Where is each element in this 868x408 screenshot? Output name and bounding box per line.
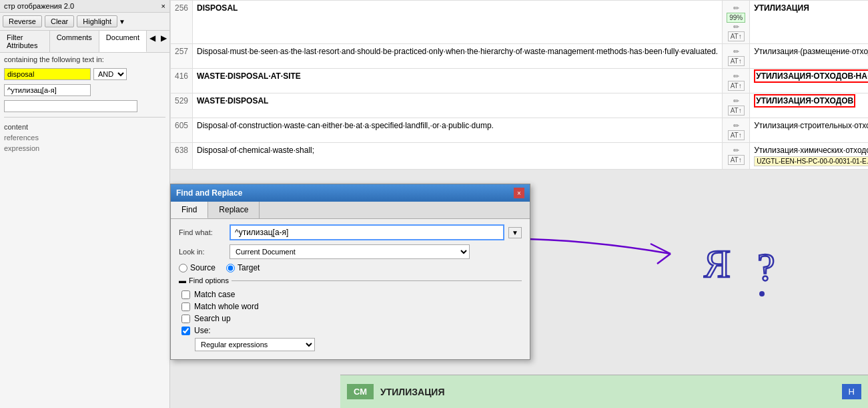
use-checkbox[interactable]	[181, 327, 190, 335]
row-num: 256	[171, 1, 193, 44]
pencil-icon: ✏	[733, 47, 739, 55]
svg-text:?: ?	[757, 245, 775, 289]
regex-row: Regular expressions Wildcards	[181, 338, 522, 351]
references-label: references	[0, 132, 169, 143]
table-row: 529 WASTE·DISPOSAL ✏ AT↑ УТИЛИЗАЦИЯ·ОТХО…	[171, 93, 869, 118]
source-radio-label[interactable]: Source	[179, 263, 215, 272]
target-cell: УТИЛИЗАЦИЯ·ОТХОДОВ·НА·ПЛОЩАДКЕ	[750, 69, 868, 93]
look-in-select[interactable]: Current Document All Open Documents	[230, 244, 470, 259]
divider-line	[232, 280, 522, 281]
svg-point-2	[759, 291, 765, 296]
find-what-dropdown[interactable]: ▼	[508, 227, 522, 238]
match-whole-word-label[interactable]: Match whole word	[194, 302, 259, 311]
source-radio[interactable]	[179, 264, 187, 272]
search-row-1: AND OR	[0, 66, 169, 82]
icon-cell: ✏ AT↑	[723, 118, 750, 143]
target-text: Утилизация·(размещение·отходов)·должна·р…	[754, 47, 868, 56]
dialog-title: Find and Replace	[176, 188, 242, 198]
sidebar-title: стр отображения 2.0	[4, 2, 74, 10]
dialog-tabs: Find Replace	[171, 202, 530, 219]
tab-filter-attributes[interactable]: Filter Attributes	[0, 31, 50, 52]
source-cell: Disposal·must·be·seen·as·the·last·resort…	[193, 44, 723, 69]
dialog-body: Find what: ▼ Look in: Current Document A…	[171, 219, 530, 359]
tab-document[interactable]: Document	[99, 31, 147, 52]
use-row: Use:	[181, 326, 522, 335]
target-cell: УТИЛИЗАЦИЯ	[750, 1, 868, 44]
section-label: content	[0, 120, 169, 132]
search-up-checkbox[interactable]	[181, 315, 190, 323]
target-cell: Утилизация·строительных·отходов·может·ос…	[750, 118, 868, 143]
pencil-icon: ✏	[733, 97, 739, 105]
bottom-bar: СМ УТИЛИЗАЦИЯ Н	[340, 375, 868, 408]
percent-badge: 99%	[727, 13, 745, 23]
tab-replace[interactable]: Replace	[208, 202, 260, 218]
sidebar-close-icon[interactable]: ×	[161, 2, 165, 10]
target-text: УТИЛИЗАЦИЯ	[754, 3, 809, 13]
find-what-input[interactable]	[230, 224, 504, 240]
icon-cell: ✏ AT↑	[723, 143, 750, 170]
tab-find[interactable]: Find	[171, 202, 208, 218]
table-row: 257 Disposal·must·be·seen·as·the·last·re…	[171, 44, 869, 69]
row-num: 257	[171, 44, 193, 69]
target-text: Утилизация·строительных·отходов·может·ос…	[754, 121, 868, 130]
tabs-nav-left[interactable]: ◀	[147, 31, 158, 52]
icon-cell: ✏ 99% ✏ AT↑	[723, 1, 750, 44]
dialog-titlebar: Find and Replace ×	[171, 184, 530, 202]
expression-label: expression	[0, 143, 169, 154]
target-radio-label[interactable]: Target	[226, 263, 260, 272]
source-cell: Disposal·of·construction·waste·can·eithe…	[193, 118, 723, 143]
table-row: 256 DISPOSAL ✏ 99% ✏ AT↑ УТИЛИЗАЦИЯ	[171, 1, 869, 44]
search-input-2[interactable]	[4, 84, 91, 96]
regex-select[interactable]: Regular expressions Wildcards	[195, 338, 315, 351]
h-badge: Н	[842, 384, 861, 399]
dialog-close-button[interactable]: ×	[514, 188, 524, 198]
bottom-main-text: УТИЛИЗАЦИЯ	[380, 387, 444, 397]
source-text: DISPOSAL	[197, 3, 238, 13]
search-input-3[interactable]	[4, 100, 137, 112]
highlight-dropdown-arrow[interactable]: ▼	[119, 18, 125, 25]
find-what-row: Find what: ▼	[179, 224, 522, 240]
and-select[interactable]: AND OR	[93, 68, 127, 80]
target-text: Утилизация·химических·отходов·должна:	[754, 146, 868, 155]
icon-cell: ✏ AT↑	[723, 69, 750, 93]
reverse-button[interactable]: Reverse	[3, 15, 42, 27]
icon-cell: ✏ AT↑	[723, 93, 750, 118]
source-cell: DISPOSAL	[193, 1, 723, 44]
search-up-label[interactable]: Search up	[194, 314, 231, 323]
left-sidebar: стр отображения 2.0 × Reverse Clear High…	[0, 0, 170, 408]
target-label: Target	[238, 263, 260, 272]
clear-button[interactable]: Clear	[45, 15, 74, 27]
match-whole-word-row: Match whole word	[181, 302, 522, 311]
source-cell: WASTE·DISPOSAL	[193, 93, 723, 118]
row-num: 638	[171, 143, 193, 170]
target-text: УТИЛИЗАЦИЯ·ОТХОДОВ·НА·ПЛОЩАДКЕ	[754, 69, 868, 83]
search-up-row: Search up	[181, 314, 522, 323]
tag-at: AT↑	[728, 56, 745, 66]
tag-at: AT↑	[728, 106, 745, 116]
source-text: WASTE·DISPOSAL	[197, 96, 268, 106]
sidebar-header: стр отображения 2.0 ×	[0, 0, 169, 13]
svg-text:Я: Я	[704, 242, 731, 286]
match-case-checkbox[interactable]	[181, 290, 190, 299]
tab-comments[interactable]: Comments	[50, 31, 99, 52]
match-whole-word-checkbox[interactable]	[181, 302, 190, 311]
source-cell: Disposal·of·chemical·waste·shall;	[193, 143, 723, 170]
search-row-2	[0, 82, 169, 98]
find-options-header[interactable]: ▬ Find options	[179, 276, 522, 284]
pencil-icon: ✏	[733, 122, 739, 130]
tag-at: AT↑	[728, 31, 745, 41]
tag-at: AT↑	[728, 130, 745, 140]
highlight-button[interactable]: Highlight	[77, 15, 117, 27]
source-target-radio-group: Source Target	[179, 263, 522, 272]
tabs-nav-right[interactable]: ▶	[158, 31, 169, 52]
use-label[interactable]: Use:	[194, 326, 211, 335]
source-text: Disposal·of·construction·waste·can·eithe…	[197, 121, 494, 130]
options-section: Match case Match whole word Search up Us…	[179, 287, 522, 354]
search-row-3	[0, 98, 169, 114]
source-text: WASTE·DISPOSAL·AT·SITE	[197, 71, 301, 81]
match-case-label[interactable]: Match case	[194, 290, 235, 299]
cm-badge: СМ	[347, 384, 374, 399]
target-radio[interactable]	[226, 264, 235, 272]
search-input-1[interactable]	[4, 68, 91, 80]
doc-table: 256 DISPOSAL ✏ 99% ✏ AT↑ УТИЛИЗАЦИЯ 257	[170, 0, 868, 170]
